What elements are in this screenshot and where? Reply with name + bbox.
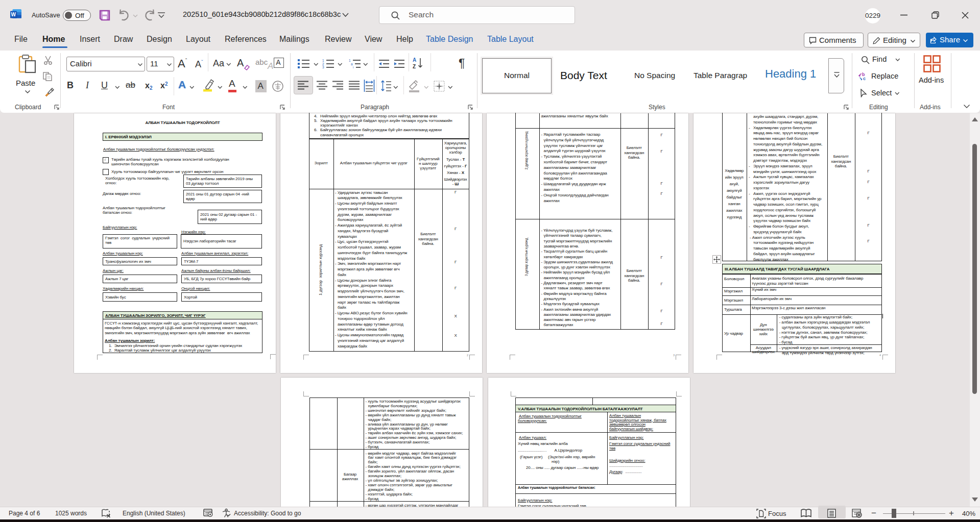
svg-text:1: 1 (349, 59, 351, 62)
svg-text:W: W (11, 12, 16, 17)
svg-text:A: A (413, 57, 416, 63)
svg-text:Z: Z (413, 64, 416, 69)
svg-text:3: 3 (322, 65, 324, 68)
svg-text:i: i (353, 66, 353, 69)
svg-text:c: c (863, 76, 866, 81)
